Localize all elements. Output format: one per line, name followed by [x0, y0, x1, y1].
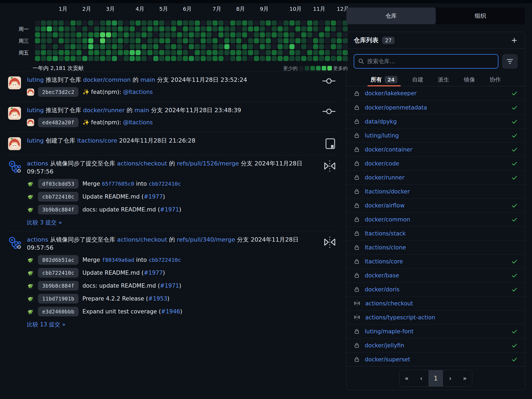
avatar[interactable] — [8, 76, 21, 89]
commit-hash-pill[interactable]: cbb722410c — [38, 192, 79, 202]
filter-tab-协作[interactable]: 协作 — [488, 73, 502, 86]
commit-hash-pill[interactable]: ede482a20f — [38, 118, 79, 127]
repo-filter-button[interactable] — [502, 54, 518, 69]
repo-row[interactable]: luting/maple-font — [347, 324, 525, 338]
filter-tab-自建[interactable]: 自建 — [411, 73, 424, 86]
repo-link[interactable]: docker/lakekeeper — [365, 90, 417, 97]
commit-hash-link[interactable]: cbb722410c — [149, 181, 181, 187]
commit-hash-pill[interactable]: 802d6b51ac — [38, 255, 79, 265]
commit-hash-pill[interactable]: 2bec73d2c2 — [38, 87, 79, 97]
feed-link[interactable]: luting — [27, 107, 44, 114]
repo-row[interactable]: data/dpykg — [347, 114, 525, 128]
feed-link[interactable]: refs/pull/1526/merge — [177, 160, 239, 167]
feed-link[interactable]: ltactions/core — [77, 137, 117, 144]
repo-link[interactable]: docker/airflow — [365, 202, 405, 209]
repo-row[interactable]: docker/openmetadata — [347, 100, 525, 114]
commit-hash-link[interactable]: f80349a6ad — [102, 257, 134, 263]
commit-hash-pill[interactable]: 11bd71901b — [38, 294, 79, 303]
commit-author-avatar[interactable] — [27, 295, 34, 302]
repo-link[interactable]: data/dpykg — [365, 118, 397, 125]
feed-link[interactable]: #1971 — [160, 206, 179, 213]
repo-row[interactable]: actions/checkout — [347, 296, 525, 310]
repo-link[interactable]: docker/superset — [365, 356, 410, 363]
commit-hash-link[interactable]: 65f77605c0 — [102, 181, 134, 187]
feed-link[interactable]: refs/pull/340/merge — [177, 236, 235, 243]
repo-row[interactable]: docker/doris — [347, 282, 525, 296]
tab-organizations[interactable]: 组织 — [436, 8, 525, 24]
repo-search-input[interactable] — [367, 58, 494, 65]
repo-row[interactable]: docker/lakekeeper — [347, 86, 525, 100]
repo-row[interactable]: ltactions/core — [347, 254, 525, 268]
repo-row[interactable]: actions/typescript-action — [347, 310, 525, 324]
filter-tab-镜像[interactable]: 镜像 — [463, 73, 476, 86]
commit-hash-pill[interactable]: cbb722410c — [38, 268, 79, 278]
repo-link[interactable]: ltactions/docker — [365, 188, 410, 195]
feed-link[interactable]: #1977 — [144, 270, 163, 276]
feed-link[interactable]: #1946 — [161, 308, 180, 315]
feed-link[interactable]: actions — [27, 236, 48, 243]
current-page[interactable]: 1 — [428, 370, 443, 386]
filter-tab-派生[interactable]: 派生 — [437, 73, 450, 86]
commit-author-avatar[interactable] — [27, 180, 34, 188]
commit-author-avatar[interactable] — [27, 256, 34, 264]
repo-row[interactable]: docker/base — [347, 268, 525, 282]
feed-link[interactable]: actions/checkout — [117, 160, 167, 167]
compare-commits-link[interactable]: 比较 3 提交 » — [27, 219, 62, 226]
commit-author-avatar[interactable] — [27, 269, 34, 277]
repo-row[interactable]: ltactions/stack — [347, 226, 525, 240]
feed-link[interactable]: luting — [27, 76, 44, 83]
repo-link[interactable]: docker/code — [365, 160, 399, 167]
commit-author-avatar[interactable] — [27, 193, 34, 200]
add-repo-button[interactable] — [511, 37, 518, 44]
repo-link[interactable]: docker/base — [365, 272, 399, 279]
avatar[interactable] — [8, 107, 21, 120]
repo-row[interactable]: docker/container — [347, 142, 525, 156]
repo-row[interactable]: ltactions/clone — [347, 240, 525, 254]
repo-link[interactable]: actions/typescript-action — [365, 314, 435, 321]
first-page-button[interactable]: « — [399, 370, 414, 386]
avatar[interactable] — [8, 236, 21, 249]
feed-link[interactable]: #1953 — [148, 295, 167, 302]
feed-link[interactable]: @ltactions — [123, 89, 153, 95]
commit-hash-pill[interactable]: 3b9b8c884f — [38, 281, 79, 291]
repo-link[interactable]: docker/container — [365, 146, 412, 153]
commit-hash-pill[interactable]: df03cbdd53 — [38, 179, 79, 189]
repo-row[interactable]: docker/code — [347, 156, 525, 170]
feed-link[interactable]: @ltactions — [123, 119, 153, 126]
repo-row[interactable]: luting/luting — [347, 128, 525, 142]
repo-link[interactable]: docker/openmetadata — [365, 104, 427, 111]
commit-author-avatar[interactable] — [27, 206, 34, 213]
repo-row[interactable]: docker/common — [347, 212, 525, 226]
feed-link[interactable]: luting — [27, 137, 44, 144]
avatar[interactable] — [8, 160, 21, 173]
repo-link[interactable]: ltactions/clone — [365, 244, 406, 251]
repo-link[interactable]: actions/checkout — [365, 300, 413, 307]
avatar[interactable] — [8, 137, 21, 150]
repo-link[interactable]: docker/jellyfin — [365, 342, 404, 349]
commit-author-avatar[interactable] — [27, 119, 34, 126]
feed-link[interactable]: main — [140, 76, 155, 83]
repo-row[interactable]: docker/superset — [347, 352, 525, 366]
repo-row[interactable]: docker/jellyfin — [347, 338, 525, 352]
feed-link[interactable]: #1977 — [144, 193, 163, 200]
feed-link[interactable]: #1971 — [160, 283, 179, 289]
commit-hash-pill[interactable]: e3d2460bbb — [38, 307, 79, 316]
next-page-button[interactable]: › — [443, 370, 457, 386]
last-page-button[interactable]: » — [457, 370, 472, 386]
repo-link[interactable]: luting/luting — [365, 132, 399, 139]
repo-row[interactable]: docker/runner — [347, 170, 525, 184]
repo-link[interactable]: docker/runner — [365, 174, 405, 181]
feed-link[interactable]: actions/checkout — [117, 236, 167, 243]
commit-author-avatar[interactable] — [27, 308, 34, 315]
repo-row[interactable]: ltactions/docker — [347, 184, 525, 198]
repo-link[interactable]: luting/maple-font — [365, 328, 414, 335]
repo-link[interactable]: docker/doris — [365, 286, 399, 293]
tab-repositories[interactable]: 仓库 — [346, 8, 436, 24]
repo-link[interactable]: ltactions/core — [365, 258, 403, 265]
feed-link[interactable]: docker/runner — [83, 107, 125, 114]
prev-page-button[interactable]: ‹ — [414, 370, 428, 386]
repo-row[interactable]: docker/airflow — [347, 198, 525, 212]
feed-link[interactable]: docker/common — [83, 76, 131, 83]
commit-author-avatar[interactable] — [27, 89, 34, 96]
commit-author-avatar[interactable] — [27, 282, 34, 289]
